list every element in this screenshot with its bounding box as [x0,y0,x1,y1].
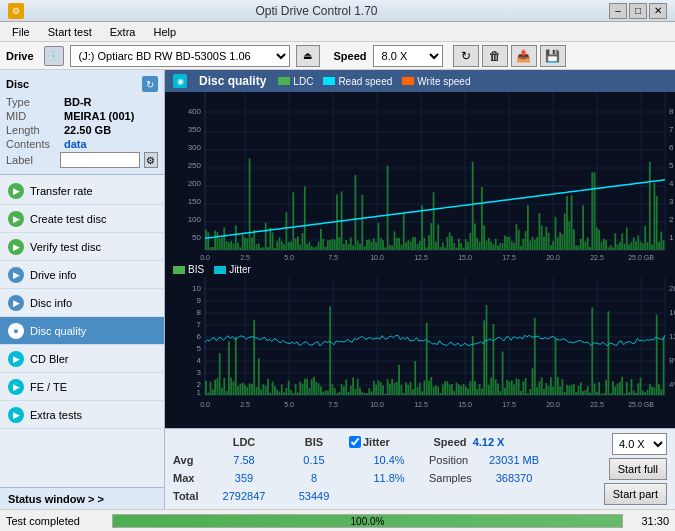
minimize-button[interactable]: – [609,3,627,19]
samples-val: 368370 [479,472,549,484]
svg-text:20.0: 20.0 [546,254,560,261]
sidebar-item-disc-quality[interactable]: ● Disc quality [0,317,164,345]
type-label: Type [6,96,64,108]
fe-te-label: FE / TE [30,381,67,393]
max-ldc: 359 [209,472,279,484]
contents-label: Contents [6,138,64,150]
speed-label: Speed [334,50,367,62]
bis-header: BIS [279,436,349,448]
sidebar-item-disc-info[interactable]: ▶ Disc info [0,289,164,317]
test-speed-select[interactable]: 4.0 X [612,433,667,455]
window-controls: – □ ✕ [609,3,667,19]
disc-label-input[interactable] [60,152,140,168]
sidebar-item-cd-bler[interactable]: ▶ CD Bler [0,345,164,373]
maximize-button[interactable]: □ [629,3,647,19]
disc-section-title: Disc [6,78,29,90]
svg-text:17.5: 17.5 [502,254,516,261]
sidebar-item-verify-test[interactable]: ▶ Verify test disc [0,233,164,261]
close-button[interactable]: ✕ [649,3,667,19]
cd-bler-label: CD Bler [30,353,69,365]
stats-max-row: Max 359 8 11.8% Samples 368370 [173,469,596,487]
rip-button[interactable]: 📤 [511,45,537,67]
chart-title: Disc quality [199,74,266,88]
contents-value: data [64,138,87,150]
sidebar-item-drive-info[interactable]: ▶ Drive info [0,261,164,289]
svg-text:17.5: 17.5 [502,401,516,408]
stats-total-row: Total 2792847 53449 [173,487,596,505]
sidebar-item-extra-tests[interactable]: ▶ Extra tests [0,401,164,429]
svg-text:5.0: 5.0 [284,254,294,261]
menu-file[interactable]: File [4,24,38,40]
menubar: File Start test Extra Help [0,22,675,42]
main-area: Disc ↻ Type BD-R MID MEIRA1 (001) Length… [0,70,675,509]
svg-text:10.0: 10.0 [370,254,384,261]
eject-button[interactable]: ⏏ [296,45,320,67]
erase-button[interactable]: 🗑 [482,45,508,67]
menu-help[interactable]: Help [145,24,184,40]
read-color [323,77,335,85]
drive-icon: 💿 [44,46,64,66]
progress-text: 100.0% [113,515,622,529]
chart-legend: LDC Read speed Write speed [278,76,470,87]
top-chart-canvas [165,92,675,250]
sidebar-item-create-test[interactable]: ▶ Create test disc [0,205,164,233]
disc-settings-button[interactable]: ⚙ [144,152,158,168]
extra-tests-icon: ▶ [8,407,24,423]
jitter-checkbox[interactable] [349,436,361,448]
speed-selector-row: 4.0 X [612,433,667,455]
sidebar-item-transfer-rate[interactable]: ▶ Transfer rate [0,177,164,205]
svg-text:10.0: 10.0 [370,401,384,408]
start-full-button[interactable]: Start full [609,458,667,480]
write-color [402,77,414,85]
charts-wrapper: 400 350 300 250 200 150 100 50 8 X 7 X 6… [165,92,675,428]
disc-refresh-button[interactable]: ↻ [142,76,158,92]
ldc-color [278,77,290,85]
disc-info-label: Disc info [30,297,72,309]
bottom-chart-area: 10 9 8 7 6 5 4 3 2 1 20% 16% 12% 8% 4% [165,277,675,412]
svg-text:2.5: 2.5 [240,254,250,261]
status-text: Test completed [6,515,106,527]
legend-read: Read speed [323,76,392,87]
svg-text:0.0: 0.0 [200,401,210,408]
bottom-chart-legend: BIS Jitter [165,262,675,277]
total-ldc: 2792847 [209,490,279,502]
menu-extra[interactable]: Extra [102,24,144,40]
status-window-button[interactable]: Status window > > [0,487,164,509]
drive-label: Drive [6,50,34,62]
svg-text:22.5: 22.5 [590,254,604,261]
ldc-header: LDC [209,436,279,448]
drive-info-label: Drive info [30,269,76,281]
speed-select[interactable]: 8.0 X [373,45,443,67]
refresh-button[interactable]: ↻ [453,45,479,67]
content-area: ◉ Disc quality LDC Read speed Write spee… [165,70,675,509]
window-title: Opti Drive Control 1.70 [24,4,609,18]
svg-text:12.5: 12.5 [414,254,428,261]
start-part-button[interactable]: Start part [604,483,667,505]
drive-select[interactable]: (J:) Optiarc BD RW BD-5300S 1.06 [70,45,290,67]
verify-test-label: Verify test disc [30,241,101,253]
legend-write: Write speed [402,76,470,87]
progress-bar-container: 100.0% [112,514,623,528]
max-bis: 8 [279,472,349,484]
svg-text:25.0 GB: 25.0 GB [628,401,654,408]
length-value: 22.50 GB [64,124,111,136]
drive-info-icon: ▶ [8,267,24,283]
svg-text:15.0: 15.0 [458,401,472,408]
max-jitter: 11.8% [349,472,429,484]
create-test-label: Create test disc [30,213,106,225]
samples-label: Samples [429,472,479,484]
svg-text:22.5: 22.5 [590,401,604,408]
svg-text:0.0: 0.0 [200,254,210,261]
mid-label: MID [6,110,64,122]
save-button[interactable]: 💾 [540,45,566,67]
stats-header-row: LDC BIS Jitter Speed 4.12 X [173,433,596,451]
stats-table: LDC BIS Jitter Speed 4.12 X Avg 7.58 0. [173,433,596,505]
menu-starttest[interactable]: Start test [40,24,100,40]
svg-text:12.5: 12.5 [414,401,428,408]
sidebar-item-fe-te[interactable]: ▶ FE / TE [0,373,164,401]
position-label: Position [429,454,479,466]
type-value: BD-R [64,96,92,108]
verify-test-icon: ▶ [8,239,24,255]
cd-bler-icon: ▶ [8,351,24,367]
avg-jitter: 10.4% [349,454,429,466]
